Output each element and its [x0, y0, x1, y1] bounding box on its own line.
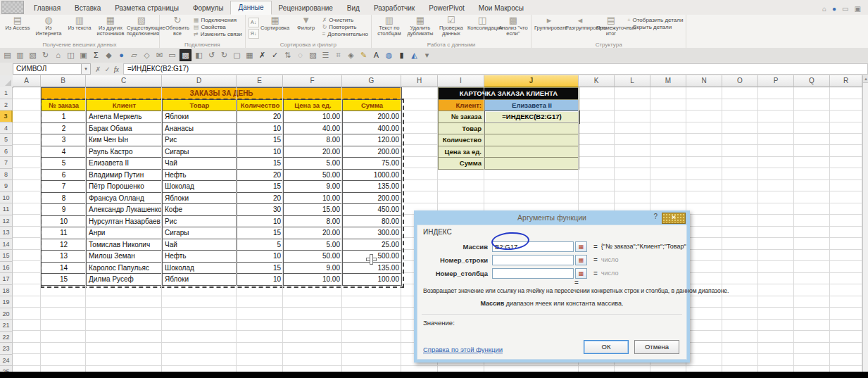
existing-connections-button[interactable]: ▧Существующие подключения [127, 15, 156, 37]
orders-cell[interactable]: 5 [42, 158, 87, 170]
checkerboard-icon[interactable]: ▩ [180, 49, 191, 61]
consolidate-button[interactable]: ◫Консолидация [467, 15, 497, 31]
save-icon[interactable]: ▤ [2, 50, 13, 61]
orders-cell[interactable]: 5.00 [284, 239, 343, 251]
column-header-R[interactable]: R [830, 75, 862, 87]
orders-cell[interactable]: 200.00 [343, 146, 402, 158]
orders-cell[interactable]: 5 [237, 239, 284, 251]
mail-icon[interactable]: ✉ [154, 50, 165, 61]
orders-cell[interactable]: Нурсултан Назарбаев [87, 216, 163, 228]
comment-icon[interactable]: ◍ [384, 50, 394, 61]
reapply-button[interactable]: ↻Повторить [322, 24, 368, 30]
data-validation-button[interactable]: ☑Проверка данных [436, 15, 466, 37]
orders-cell[interactable]: 400.00 [343, 123, 402, 135]
orders-cell[interactable]: 15 [42, 274, 87, 286]
orders-cell[interactable]: 450.00 [343, 204, 402, 216]
orders-cell[interactable]: 20 [237, 111, 284, 123]
orders-cell[interactable]: 80.00 [343, 216, 402, 228]
orders-cell[interactable]: 30 [237, 204, 284, 216]
tab-2[interactable]: Вставка [68, 2, 108, 15]
from-web-button[interactable]: ◍Из Интернета [34, 15, 63, 37]
orders-cell[interactable]: 15 [237, 227, 284, 239]
tab-6[interactable]: Рецензирование [272, 2, 340, 15]
orders-cell[interactable]: Ким Чен Ын [87, 134, 163, 146]
orders-cell[interactable]: 15 [237, 263, 284, 275]
column-header-K[interactable]: K [579, 75, 615, 87]
orders-cell[interactable]: 12 [42, 239, 87, 251]
column-header-P[interactable]: P [758, 75, 794, 87]
row-header-6[interactable]: 6 [0, 146, 13, 158]
orders-cell[interactable]: Нефть [163, 170, 237, 182]
orders-cell[interactable]: Сигары [163, 146, 237, 158]
orders-cell[interactable]: Дилма Русеф [87, 274, 163, 286]
orders-cell[interactable]: 11 [42, 227, 87, 239]
orders-cell[interactable]: 20.00 [284, 146, 343, 158]
sort-button[interactable]: ▦Сортировка [260, 15, 290, 31]
column-header-J[interactable]: J [484, 75, 579, 87]
orders-cell[interactable]: Елизавета II [87, 158, 163, 170]
orders-cell[interactable]: 200.00 [343, 111, 402, 123]
orders-cell[interactable]: 4 [42, 146, 87, 158]
orders-cell[interactable]: 100.00 [343, 274, 402, 286]
orders-cell[interactable]: Шоколад [163, 181, 237, 193]
orders-cell[interactable]: 14 [42, 263, 87, 275]
filter-button[interactable]: ▼Фильтр [291, 15, 321, 31]
cancel-icon[interactable]: ✗ [257, 50, 268, 61]
card-value[interactable] [485, 146, 579, 158]
column-header-L[interactable]: L [615, 75, 650, 87]
cancel-entry-icon[interactable]: ✗ [95, 65, 101, 73]
column-header-I[interactable]: I [438, 75, 484, 87]
home-icon[interactable]: ⌂ [53, 50, 63, 61]
orders-table[interactable]: ЗАКАЗЫ ЗА ДЕНЬ№ заказаКлиентТоварКоличес… [41, 87, 402, 286]
orders-cell[interactable]: 8.00 [284, 216, 343, 228]
undo-icon[interactable]: ↺ [206, 50, 217, 61]
range-picker-icon[interactable]: ▦ [575, 255, 587, 265]
orders-cell[interactable]: Ангела Меркель [87, 111, 163, 123]
row-header-9[interactable]: 9 [0, 180, 13, 192]
group-button[interactable]: ▸Группировать [534, 15, 564, 31]
from-text-button[interactable]: ▥Из текста [65, 15, 94, 31]
name-box[interactable]: СИМВОЛ [13, 63, 82, 75]
orders-cell[interactable]: Нефть [163, 251, 237, 263]
show-detail-button[interactable]: +Отобразить детали [627, 17, 684, 23]
card-value[interactable] [485, 123, 579, 135]
orders-cell[interactable]: 7 [42, 181, 87, 193]
orders-cell[interactable]: Яблоки [163, 111, 237, 123]
select-all-corner[interactable] [0, 75, 13, 88]
orders-cell[interactable]: 10.00 [284, 193, 343, 205]
dialog-close-icon[interactable]: ✕ [662, 213, 686, 224]
orders-cell[interactable]: 10 [237, 274, 284, 286]
ungroup-button[interactable]: ◂Разгруппировать [565, 15, 595, 31]
pencil-icon[interactable]: ✎ [358, 50, 369, 61]
orders-cell[interactable]: 2 [42, 123, 87, 135]
edit-links-button[interactable]: ⇄Изменить связи [194, 31, 242, 37]
orders-cell[interactable]: 135.00 [343, 263, 402, 275]
orders-cell[interactable]: 15 [237, 181, 284, 193]
gem-icon[interactable]: ◈ [346, 50, 356, 61]
row-header-11[interactable]: 11 [0, 203, 13, 215]
sort-mini-button-1[interactable]: А↓ [249, 18, 259, 27]
shape-icon[interactable]: ▱ [129, 50, 139, 61]
minimize-icon[interactable]: ▭ [842, 6, 848, 13]
what-if-analysis-button[interactable]: ▩Анализ "что если" [498, 15, 528, 37]
column-header-C[interactable]: C [86, 75, 162, 87]
row-header-4[interactable]: 4 [0, 122, 13, 134]
orders-cell[interactable]: 3 [42, 134, 87, 146]
orders-cell[interactable]: 8 [42, 193, 87, 205]
function-help-link[interactable]: Справка по этой функции [423, 346, 503, 353]
orders-cell[interactable]: 500.00 [343, 251, 402, 263]
column-header-A[interactable]: A [13, 75, 41, 87]
subtotal-button[interactable]: ▤Промежуточный итог [596, 15, 626, 37]
orders-cell[interactable]: Чай [163, 158, 237, 170]
text-to-columns-button[interactable]: ▥Текст по столбцам [375, 15, 404, 37]
column-header-B[interactable]: B [41, 75, 86, 87]
orders-cell[interactable]: 10 [237, 216, 284, 228]
orders-cell[interactable]: 75.00 [343, 158, 402, 170]
orders-cell[interactable]: 25.00 [343, 239, 402, 251]
row-header-12[interactable]: 12 [0, 215, 13, 227]
window-icon[interactable]: ◫ [65, 50, 76, 61]
restore-icon[interactable]: ▣ [855, 6, 861, 13]
tab-5[interactable]: Данные [230, 1, 271, 15]
orders-cell[interactable]: 50.00 [284, 251, 343, 263]
help-globe-icon[interactable]: ● [832, 6, 836, 13]
